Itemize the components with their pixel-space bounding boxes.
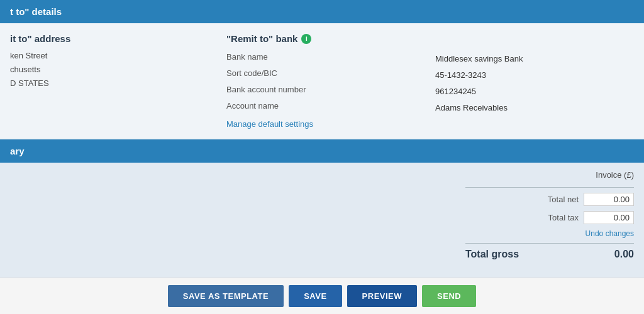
undo-changes-link[interactable]: Undo changes <box>465 229 634 238</box>
remit-address-line3: D STATES <box>10 77 214 90</box>
remit-details-title: t to" details <box>10 6 62 17</box>
summary-left-area <box>0 163 455 278</box>
total-net-row: Total net 0.00 <box>465 190 634 208</box>
account-number-value: 961234245 <box>435 84 634 100</box>
bank-info-icon[interactable]: i <box>301 34 311 44</box>
sort-code-value: 45-1432-3243 <box>435 67 634 84</box>
account-name-value: Adams Receivables <box>435 100 634 116</box>
total-gross-label: Total gross <box>465 249 519 260</box>
manage-default-settings-link[interactable]: Manage default settings <box>226 119 313 129</box>
remit-bank-heading: "Remit to" bank i <box>226 33 425 44</box>
total-gross-value: 0.00 <box>614 249 634 260</box>
bank-name-value: Middlesex savings Bank <box>435 51 634 67</box>
sort-code-label: Sort code/BIC <box>226 65 425 82</box>
total-tax-label: Total tax <box>465 213 584 222</box>
total-tax-value: 0.00 <box>584 211 634 224</box>
summary-header: ary <box>0 139 644 163</box>
summary-right-panel: Invoice (£) Total net 0.00 Total tax 0.0… <box>455 163 644 278</box>
send-button[interactable]: SEND <box>422 285 476 307</box>
account-number-label: Bank account number <box>226 82 425 98</box>
footer-bar: SAVE AS TEMPLATE SAVE PREVIEW SEND <box>0 278 644 314</box>
remit-address-heading: it to" address <box>10 33 214 44</box>
total-net-label: Total net <box>465 195 584 204</box>
remit-details-header: t to" details <box>0 0 644 23</box>
invoice-label: Invoice (£) <box>465 170 634 180</box>
bank-name-label: Bank name <box>226 49 425 65</box>
bank-labels-block: "Remit to" bank i Bank name Sort code/BI… <box>226 33 435 129</box>
save-button[interactable]: SAVE <box>289 285 341 307</box>
remit-address-block: it to" address ken Street chusetts D STA… <box>10 33 226 129</box>
save-as-template-button[interactable]: SAVE AS TEMPLATE <box>168 285 284 307</box>
preview-button[interactable]: PREVIEW <box>347 285 417 307</box>
summary-title: ary <box>10 146 25 156</box>
remit-address-line1: ken Street <box>10 49 214 63</box>
remit-address-line2: chusetts <box>10 63 214 77</box>
total-gross-row: Total gross 0.00 <box>465 243 634 260</box>
total-net-value: 0.00 <box>584 193 634 206</box>
total-tax-row: Total tax 0.00 <box>465 208 634 227</box>
remit-bank-block: "Remit to" bank i Bank name Sort code/BI… <box>226 33 634 129</box>
bank-values-block: Middlesex savings Bank 45-1432-3243 9612… <box>435 33 634 129</box>
bank-label-list: Bank name Sort code/BIC Bank account num… <box>226 49 425 114</box>
remit-section: it to" address ken Street chusetts D STA… <box>0 23 644 139</box>
summary-content: Invoice (£) Total net 0.00 Total tax 0.0… <box>0 163 644 278</box>
summary-divider-top <box>465 187 634 188</box>
account-name-label: Account name <box>226 98 425 114</box>
